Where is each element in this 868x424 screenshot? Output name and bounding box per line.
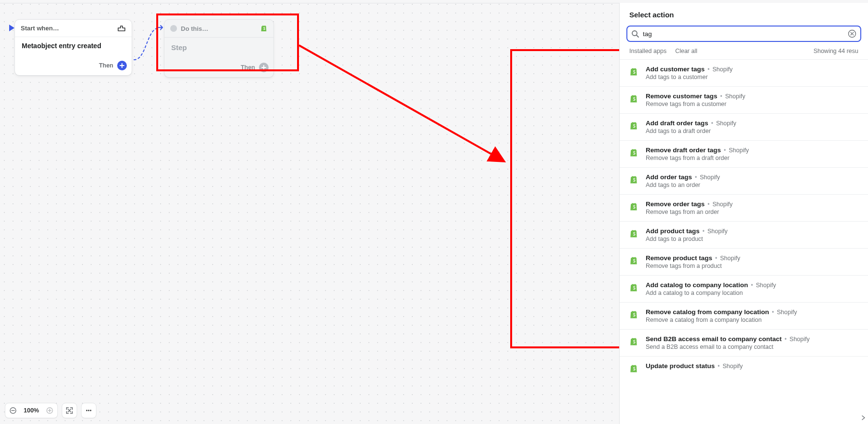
filter-installed-apps[interactable]: Installed apps	[629, 48, 666, 54]
clear-all-filters[interactable]: Clear all	[675, 48, 697, 54]
action-row[interactable]: Remove customer tags•ShopifyRemove tags …	[620, 87, 868, 114]
filters-row: Installed apps Clear all Showing 44 resu	[620, 45, 868, 60]
scroll-hint-icon	[860, 414, 867, 421]
svg-point-9	[90, 410, 92, 411]
action-name: Add draft order tags	[646, 119, 708, 127]
svg-point-7	[86, 410, 88, 411]
shopify-icon	[628, 362, 639, 374]
action-app: Shopify	[777, 309, 797, 316]
action-description: Remove tags from an order	[646, 209, 859, 215]
zoom-out-button[interactable]	[7, 405, 19, 416]
search-icon	[631, 30, 639, 38]
zoom-control: 100%	[5, 403, 58, 418]
action-description: Add tags to a customer	[646, 74, 859, 80]
shopify-icon	[628, 281, 639, 293]
action-name: Add product tags	[646, 227, 700, 235]
action-app: Shopify	[722, 363, 743, 370]
separator-dot: •	[724, 147, 726, 154]
action-app: Shopify	[700, 174, 720, 181]
separator-dot: •	[707, 201, 709, 208]
action-row[interactable]: Remove catalog from company location•Sho…	[620, 303, 868, 330]
action-app: Shopify	[729, 147, 749, 154]
action-app: Shopify	[712, 66, 732, 73]
svg-line-2	[637, 35, 638, 37]
action-app: Shopify	[713, 201, 733, 208]
action-description: Add a catalog to a company location	[646, 290, 859, 296]
action-name: Remove draft order tags	[646, 146, 721, 154]
svg-line-0	[299, 45, 503, 161]
canvas-toolbar: 100%	[5, 403, 96, 418]
separator-dot: •	[707, 66, 709, 73]
action-panel: Select action Installed apps Clear all S…	[619, 3, 868, 424]
shopify-icon	[628, 93, 639, 104]
action-app: Shopify	[756, 282, 776, 289]
separator-dot: •	[751, 282, 753, 289]
search-input[interactable]	[626, 26, 861, 42]
action-row[interactable]: Add catalog to company location•ShopifyA…	[620, 276, 868, 303]
actions-list: Add customer tags•ShopifyAdd tags to a c…	[620, 60, 868, 424]
action-name: Send B2B access email to company contact	[646, 335, 782, 343]
results-count: Showing 44 resu	[814, 48, 858, 54]
action-app: Shopify	[720, 255, 740, 262]
action-app: Shopify	[716, 120, 736, 127]
action-row[interactable]: Update product status•Shopify	[620, 357, 868, 377]
action-app: Shopify	[725, 93, 746, 100]
svg-point-8	[88, 410, 90, 411]
action-app: Shopify	[789, 336, 810, 343]
shopify-icon	[628, 227, 639, 239]
shopify-icon	[628, 66, 639, 77]
slot-icon	[117, 25, 126, 32]
action-name: Add catalog to company location	[646, 281, 748, 289]
action-description: Remove tags from a product	[646, 263, 859, 269]
shopify-icon	[628, 173, 639, 185]
separator-dot: •	[695, 174, 697, 181]
action-description: Add tags to a draft order	[646, 128, 859, 134]
shopify-icon	[628, 200, 639, 212]
shopify-icon	[628, 335, 639, 347]
zoom-level: 100%	[21, 407, 42, 414]
action-row[interactable]: Add draft order tags•ShopifyAdd tags to …	[620, 114, 868, 141]
action-name: Add customer tags	[646, 66, 705, 73]
annotation-highlight-box	[156, 13, 299, 71]
action-row[interactable]: Remove draft order tags•ShopifyRemove ta…	[620, 141, 868, 168]
action-name: Update product status	[646, 362, 715, 370]
add-step-button[interactable]	[117, 61, 127, 70]
action-name: Add order tags	[646, 173, 692, 181]
action-description: Remove tags from a draft order	[646, 155, 859, 161]
action-description: Remove tags from a customer	[646, 101, 859, 107]
separator-dot: •	[715, 255, 717, 262]
action-row[interactable]: Add product tags•ShopifyAdd tags to a pr…	[620, 222, 868, 249]
fit-view-button[interactable]	[62, 403, 77, 418]
shopify-icon	[628, 146, 639, 158]
separator-dot: •	[711, 120, 713, 127]
trigger-header-label: Start when…	[21, 25, 113, 32]
separator-dot: •	[785, 336, 787, 343]
action-name: Remove product tags	[646, 254, 712, 262]
separator-dot: •	[772, 309, 774, 316]
action-row[interactable]: Add order tags•ShopifyAdd tags to an ord…	[620, 168, 868, 195]
shopify-icon	[628, 308, 639, 320]
action-row[interactable]: Remove order tags•ShopifyRemove tags fro…	[620, 195, 868, 222]
more-actions-button[interactable]	[81, 403, 96, 418]
action-row[interactable]: Add customer tags•ShopifyAdd tags to a c…	[620, 60, 868, 87]
action-name: Remove order tags	[646, 200, 705, 208]
trigger-title: Metaobject entry created	[15, 37, 132, 56]
trigger-card[interactable]: Start when… Metaobject entry created The…	[14, 19, 132, 76]
then-label: Then	[99, 62, 113, 69]
shopify-icon	[628, 254, 639, 266]
action-row[interactable]: Send B2B access email to company contact…	[620, 330, 868, 357]
action-row[interactable]: Remove product tags•ShopifyRemove tags f…	[620, 249, 868, 276]
action-name: Remove catalog from company location	[646, 308, 769, 316]
separator-dot: •	[720, 93, 722, 100]
separator-dot: •	[718, 363, 719, 370]
action-description: Send a B2B access email to a company con…	[646, 344, 859, 350]
annotation-arrow-icon	[297, 43, 514, 169]
action-description: Remove a catalog from a company location	[646, 317, 859, 323]
panel-title: Select action	[620, 3, 868, 26]
action-app: Shopify	[707, 228, 728, 235]
shopify-icon	[628, 119, 639, 131]
action-description: Add tags to a product	[646, 236, 859, 242]
action-name: Remove customer tags	[646, 93, 718, 100]
zoom-in-button[interactable]	[44, 405, 55, 416]
clear-search-button[interactable]	[848, 29, 856, 38]
